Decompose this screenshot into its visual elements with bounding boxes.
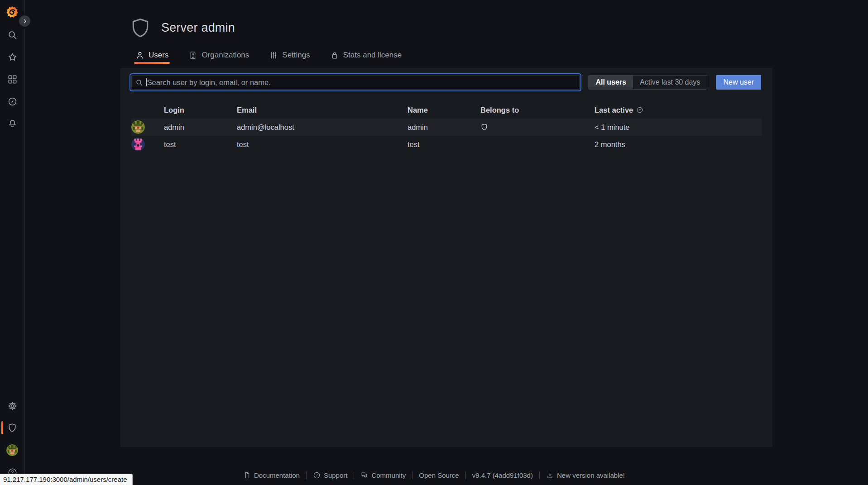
belongs-to-column-header: Belongs to bbox=[480, 101, 595, 119]
chevron-right-icon bbox=[22, 19, 28, 24]
table-row[interactable]: admin admin@localhost admin < 1 minute bbox=[131, 119, 762, 136]
filter-active-last-30-days[interactable]: Active last 30 days bbox=[633, 76, 707, 89]
footer-version-label: v9.4.7 (4add91f03d) bbox=[466, 471, 539, 479]
name-cell: admin bbox=[408, 119, 480, 136]
dashboards-icon[interactable] bbox=[7, 74, 18, 85]
login-column-header: Login bbox=[164, 101, 237, 119]
new-user-button[interactable]: New user bbox=[716, 75, 761, 90]
search-field bbox=[131, 75, 580, 90]
sliders-icon bbox=[269, 51, 278, 60]
user-icon bbox=[135, 51, 144, 60]
belongs-to-cell bbox=[480, 136, 595, 153]
tab-stats-and-license[interactable]: Stats and license bbox=[329, 50, 403, 64]
avatar-column-header bbox=[131, 101, 164, 119]
comments-icon bbox=[360, 471, 368, 479]
search-icon bbox=[135, 79, 143, 86]
users-panel: All users Active last 30 days New user L… bbox=[120, 68, 772, 447]
settings-gear-icon[interactable] bbox=[7, 401, 18, 411]
browser-link-preview: 91.217.177.190:3000/admin/users/create bbox=[0, 474, 133, 485]
filter-all-users[interactable]: All users bbox=[589, 76, 633, 89]
footer-documentation-link[interactable]: Documentation bbox=[237, 471, 306, 479]
name-column-header: Name bbox=[408, 101, 480, 119]
download-icon bbox=[546, 471, 554, 479]
user-filter-group: All users Active last 30 days bbox=[588, 75, 707, 90]
lock-icon bbox=[330, 51, 339, 60]
svg-text:?: ? bbox=[639, 108, 641, 112]
profile-avatar[interactable] bbox=[6, 444, 18, 456]
footer-community-link[interactable]: Community bbox=[354, 471, 412, 479]
document-icon bbox=[243, 471, 251, 479]
name-cell: test bbox=[408, 136, 480, 153]
tab-label: Settings bbox=[282, 51, 310, 60]
page-title: Server admin bbox=[161, 21, 235, 35]
last-active-cell: < 1 minute bbox=[595, 119, 762, 136]
footer-support-link[interactable]: ? Support bbox=[307, 471, 354, 479]
table-header-row: Login Email Name Belongs to Last active … bbox=[131, 101, 762, 119]
login-cell: test bbox=[164, 136, 237, 153]
server-admin-shield-icon[interactable] bbox=[7, 423, 18, 433]
sidebar-nav-bottom: ? bbox=[6, 401, 18, 478]
svg-text:?: ? bbox=[316, 473, 318, 477]
users-table: Login Email Name Belongs to Last active … bbox=[131, 101, 762, 153]
building-icon bbox=[188, 51, 197, 60]
active-indicator bbox=[1, 421, 3, 434]
sidebar: ? bbox=[0, 0, 25, 485]
sidebar-expand-button[interactable] bbox=[19, 15, 30, 27]
tab-label: Stats and license bbox=[343, 51, 402, 60]
last-active-column-header: Last active ? bbox=[595, 101, 762, 119]
tab-users[interactable]: Users bbox=[134, 50, 170, 64]
avatar bbox=[131, 138, 145, 151]
login-cell: admin bbox=[164, 119, 237, 136]
users-toolbar: All users Active last 30 days New user bbox=[120, 68, 772, 90]
server-admin-shield-icon bbox=[131, 18, 149, 38]
explore-compass-icon[interactable] bbox=[7, 96, 18, 107]
page-header: Server admin bbox=[131, 13, 235, 43]
search-input[interactable] bbox=[147, 78, 576, 87]
email-column-header: Email bbox=[237, 101, 408, 119]
email-cell: test bbox=[237, 136, 408, 153]
avatar bbox=[131, 120, 145, 134]
grafana-admin-shield-icon bbox=[480, 123, 488, 131]
last-active-cell: 2 months bbox=[595, 136, 762, 153]
search-icon[interactable] bbox=[7, 30, 18, 40]
email-cell: admin@localhost bbox=[237, 119, 408, 136]
tab-label: Users bbox=[149, 51, 168, 60]
alerting-bell-icon[interactable] bbox=[7, 119, 18, 129]
starred-icon[interactable] bbox=[7, 52, 18, 62]
grafana-logo-icon[interactable] bbox=[5, 5, 20, 20]
tab-settings[interactable]: Settings bbox=[268, 50, 311, 64]
tab-label: Organizations bbox=[201, 51, 249, 60]
tab-bar: Users Organizations Settings Stats and l… bbox=[134, 50, 403, 64]
question-circle-icon: ? bbox=[313, 471, 321, 479]
belongs-to-cell bbox=[480, 119, 595, 136]
footer-new-version-link[interactable]: New version available! bbox=[540, 471, 631, 479]
footer-open-source-label: Open Source bbox=[412, 471, 465, 479]
question-circle-icon[interactable]: ? bbox=[636, 106, 643, 114]
tab-organizations[interactable]: Organizations bbox=[187, 50, 250, 64]
table-row[interactable]: test test test 2 months bbox=[131, 136, 762, 153]
sidebar-nav-top bbox=[7, 30, 18, 129]
